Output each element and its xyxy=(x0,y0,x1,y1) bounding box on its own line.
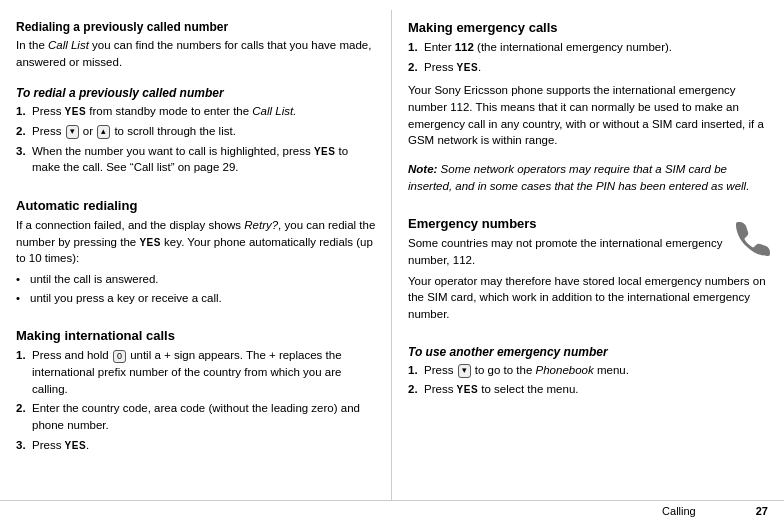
phonebook-nav-icon: ▾ xyxy=(458,364,471,378)
yes-badge-4: YES xyxy=(457,62,479,73)
right-column: Making emergency calls 1. Enter 112 (the… xyxy=(392,10,784,500)
footer: Calling 27 xyxy=(0,500,784,523)
bullet-item-1: • until the call is answered. xyxy=(16,271,377,288)
yes-badge-5: YES xyxy=(457,384,479,395)
intl-calls-section: Making international calls 1. Press and … xyxy=(16,328,377,453)
other-emergency-item-1: 1. Press ▾ to go to the Phonebook menu. xyxy=(408,362,770,379)
intl-item-2: 2. Enter the country code, area code (wi… xyxy=(16,400,377,433)
emergency-item-2: 2. Press YES. xyxy=(408,59,770,76)
emergency-body: Your Sony Ericsson phone supports the in… xyxy=(408,82,770,149)
redialing-section: Redialing a previously called number In … xyxy=(16,20,377,176)
phone-icon xyxy=(732,218,770,256)
footer-page: 27 xyxy=(756,505,768,517)
other-emergency-item-2: 2. Press YES to select the menu. xyxy=(408,381,770,398)
auto-redial-section: Automatic redialing If a connection fail… xyxy=(16,198,377,306)
yes-badge-3: YES xyxy=(65,440,87,451)
yes-badge-2: YES xyxy=(314,146,336,157)
note-label: Note: xyxy=(408,163,437,175)
left-column: Redialing a previously called number In … xyxy=(0,10,392,500)
up-key-icon: ▴ xyxy=(97,125,110,139)
emergency-numbers-title: Emergency numbers xyxy=(408,216,770,231)
page-content: Redialing a previously called number In … xyxy=(0,0,784,500)
redial-item-3: 3. When the number you want to call is h… xyxy=(16,143,377,176)
auto-redial-body: If a connection failed, and the display … xyxy=(16,217,377,267)
zero-key-icon: 0 xyxy=(113,350,126,364)
bullet-item-2: • until you press a key or receive a cal… xyxy=(16,290,377,307)
redialing-body: In the Call List you can find the number… xyxy=(16,37,377,70)
intl-calls-title: Making international calls xyxy=(16,328,377,343)
yes-badge: YES xyxy=(65,106,87,117)
emergency-numbers-section: Emergency numbers Some countries may not… xyxy=(408,216,770,322)
emergency-item-1: 1. Enter 112 (the international emergenc… xyxy=(408,39,770,56)
emergency-calls-section: Making emergency calls 1. Enter 112 (the… xyxy=(408,20,770,149)
emergency-numbers-body2: Your operator may therefore have stored … xyxy=(408,273,770,323)
footer-label: Calling xyxy=(662,505,696,517)
redial-item-1: 1. Press YES from standby mode to enter … xyxy=(16,103,377,120)
other-emergency-section: To use another emergency number 1. Press… xyxy=(408,345,770,398)
down-key-icon: ▾ xyxy=(66,125,79,139)
emergency-calls-title: Making emergency calls xyxy=(408,20,770,35)
auto-redial-title: Automatic redialing xyxy=(16,198,377,213)
redialing-title: Redialing a previously called number xyxy=(16,20,377,34)
other-emergency-title: To use another emergency number xyxy=(408,345,770,359)
redial-item-2: 2. Press ▾ or ▴ to scroll through the li… xyxy=(16,123,377,140)
note-section: Note: Some network operators may require… xyxy=(408,161,770,194)
redial-subsection-title: To redial a previously called number xyxy=(16,86,377,100)
emergency-numbers-body1: Some countries may not promote the inter… xyxy=(408,235,770,268)
intl-item-1: 1. Press and hold 0 until a + sign appea… xyxy=(16,347,377,397)
intl-item-3: 3. Press YES. xyxy=(16,437,377,454)
